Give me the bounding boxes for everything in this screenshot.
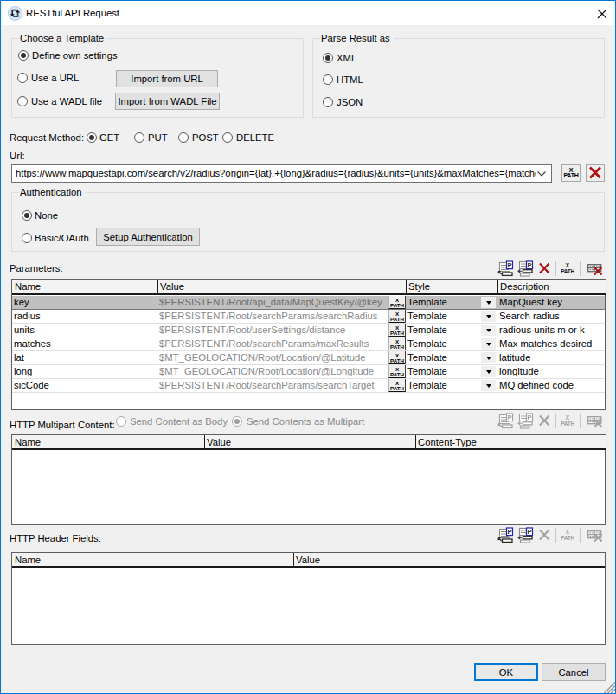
svg-text:P: P (507, 528, 511, 536)
svg-text:P: P (527, 528, 531, 536)
svg-text:P: P (507, 414, 511, 421)
svg-text:X: X (566, 262, 570, 268)
svg-text:P: P (527, 414, 531, 421)
svg-text:P: P (507, 261, 511, 269)
svg-text:X: X (566, 414, 570, 421)
svg-text:P: P (527, 261, 531, 269)
svg-text:X: X (566, 529, 570, 535)
svg-text:PATH: PATH (561, 421, 574, 427)
svg-text:PATH: PATH (561, 268, 574, 274)
svg-text:PATH: PATH (561, 535, 574, 541)
